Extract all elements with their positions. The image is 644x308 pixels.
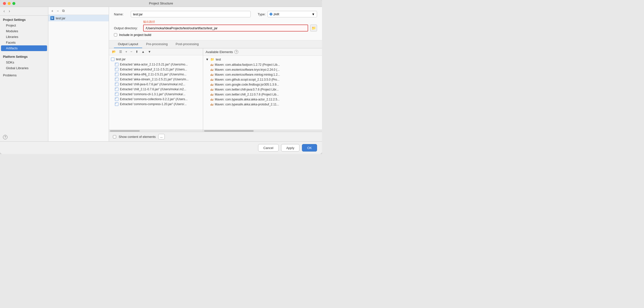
down-tool-button[interactable]: ▼ [147, 49, 152, 54]
list-item[interactable]: ↙ Extracted 'akka-actor_2.11-2.5.21.jar/… [109, 62, 203, 67]
apply-button[interactable]: Apply [281, 144, 300, 152]
remove-artifact-button[interactable]: − [56, 9, 60, 14]
platform-settings-header: Platform Settings [0, 53, 48, 60]
show-content-checkbox[interactable] [113, 135, 116, 138]
type-select[interactable]: JAR ▼ [268, 11, 317, 17]
right-scroll-thumb[interactable] [204, 130, 254, 132]
tree-root-test-jar[interactable]: test.jar [109, 56, 203, 62]
list-item[interactable]: Maven: com.typesafe.akka:akka-protobuf_2… [203, 102, 322, 107]
list-item-label: Extracted 'chill_2.11-0.7.6.jar/' (/User… [120, 88, 186, 91]
right-tree-root-label: test [216, 58, 221, 61]
list-item[interactable]: ↙ Extracted 'commons-compress-1.20.jar/'… [109, 102, 203, 107]
right-tree-root-test[interactable]: ▼ 📁 test [203, 57, 322, 62]
maven-icon [210, 79, 213, 81]
form-area: Name: Type: JAR ▼ 输出路径 Output direct [109, 7, 322, 41]
list-item[interactable]: Maven: com.typesafe.akka:akka-actor_2.11… [203, 97, 322, 102]
help-button[interactable]: ? [0, 133, 48, 141]
list-item[interactable]: ↙ Extracted 'chill-java-0.7.6.jar/' (/Us… [109, 82, 203, 87]
sidebar-item-artifacts[interactable]: Artifacts [1, 45, 47, 51]
jar-icon [50, 16, 54, 20]
bottom-area: Show content of elements ... [109, 132, 322, 141]
middle-toolbar: + − ⧉ [48, 7, 109, 15]
chevron-down-icon: ▼ [206, 58, 209, 61]
tabs-bar: Output Layout Pre-processing Post-proces… [109, 41, 322, 48]
sidebar-item-global-libraries[interactable]: Global Libraries [0, 65, 48, 71]
help-info-icon[interactable]: ? [234, 50, 238, 54]
copy-artifact-button[interactable]: ⧉ [61, 8, 66, 14]
maximize-button[interactable] [12, 2, 15, 5]
back-button[interactable]: ‹ [2, 9, 6, 14]
cancel-button[interactable]: Cancel [258, 144, 278, 152]
list-item[interactable]: Maven: com.alibaba:fastjson:1.2.72 (Proj… [203, 62, 322, 67]
sort-tool-button[interactable]: ⬆ [134, 49, 139, 54]
right-pane-scrollbar[interactable] [203, 130, 322, 132]
tab-pre-processing[interactable]: Pre-processing [142, 41, 172, 48]
list-item[interactable]: Maven: com.google.code.findbugs:jsr305:1… [203, 82, 322, 87]
left-tree-area[interactable]: test.jar ↙ Extracted 'akka-actor_2.11-2.… [109, 55, 203, 130]
list-item-label: Extracted 'akka-protobuf_2.11-2.5.21.jar… [120, 68, 187, 71]
list-item[interactable]: ↙ Extracted 'commons-collections-3.2.2.j… [109, 97, 203, 102]
extracted-icon: ↙ [115, 102, 118, 106]
list-item[interactable]: Maven: com.github.scopt:scopt_2.11:3.5.0… [203, 77, 322, 82]
project-settings-header: Project Settings [0, 16, 48, 23]
add-tool-button[interactable]: + [124, 49, 128, 54]
tab-post-processing[interactable]: Post-processing [172, 41, 202, 48]
right-tree-child-label: Maven: com.twitter:chill_2.11:0.7.6 (Pro… [215, 93, 279, 96]
browse-button[interactable]: 📁 [310, 25, 317, 32]
list-item[interactable]: ↙ Extracted 'akka-stream_2.11-2.5.21.jar… [109, 77, 203, 82]
list-item[interactable]: ↙ Extracted 'commons-cli-1.3.1.jar/' (/U… [109, 92, 203, 97]
list-tool-button[interactable]: ☰ [118, 49, 123, 54]
output-dir-input[interactable] [143, 25, 308, 32]
titlebar: Project Structure [0, 0, 322, 7]
include-build-row: Include in project build [114, 33, 317, 37]
list-item[interactable]: ↙ Extracted 'chill_2.11-0.7.6.jar/' (/Us… [109, 87, 203, 92]
type-label: Type: [258, 13, 266, 16]
tree-root-label: test.jar [116, 57, 126, 61]
left-scroll-thumb[interactable] [110, 130, 140, 132]
name-input[interactable] [131, 11, 251, 17]
maven-icon [210, 74, 213, 76]
list-item[interactable]: ↙ Extracted 'akka-slf4j_2.11-2.5.21.jar/… [109, 72, 203, 77]
right-tree-child-label: Maven: com.github.scopt:scopt_2.11:3.5.0… [215, 78, 280, 81]
sidebar-item-project[interactable]: Project [0, 23, 48, 28]
list-item-label: Extracted 'commons-compress-1.20.jar/' (… [120, 102, 186, 106]
add-artifact-button[interactable]: + [50, 9, 54, 14]
minimize-button[interactable] [8, 2, 11, 5]
close-button[interactable] [3, 2, 6, 5]
list-item[interactable]: ↙ Extracted 'akka-protobuf_2.11-2.5.21.j… [109, 67, 203, 72]
include-build-checkbox[interactable] [114, 33, 117, 37]
folder-tool-button[interactable]: 📂 [111, 49, 117, 54]
panes-row: 📂 ☰ + − ⬆ ▲ ▼ test.jar [109, 48, 322, 132]
extracted-icon: ↙ [115, 63, 118, 66]
extracted-icon: ↙ [115, 73, 118, 76]
up-tool-button[interactable]: ▲ [140, 49, 146, 54]
list-item[interactable]: Maven: com.esotericsoftware.kryo:kryo:2.… [203, 67, 322, 72]
extracted-icon: ↙ [115, 88, 118, 91]
sidebar-item-sdks[interactable]: SDKs [0, 60, 48, 65]
right-pane: Available Elements ? ▼ 📁 test [203, 48, 322, 132]
right-tree-area[interactable]: ▼ 📁 test [203, 56, 322, 130]
list-item[interactable]: Maven: com.twitter:chill-java:0.7.6 (Pro… [203, 87, 322, 92]
tab-output-layout[interactable]: Output Layout [114, 41, 142, 48]
remove-tool-button[interactable]: − [130, 49, 134, 54]
sidebar-item-modules[interactable]: Modules [0, 28, 48, 34]
list-item[interactable]: Maven: com.twitter:chill_2.11:0.7.6 (Pro… [203, 92, 322, 97]
artifact-item-test-jar[interactable]: test:jar [48, 15, 109, 21]
nav-bar: ‹ › [0, 7, 48, 16]
sidebar-item-libraries[interactable]: Libraries [0, 34, 48, 40]
sidebar-item-problems[interactable]: Problems [0, 72, 48, 78]
main-body: ‹ › Project Settings Project Modules Lib… [0, 7, 322, 141]
ellipsis-button[interactable]: ... [158, 134, 165, 139]
forward-button[interactable]: › [8, 9, 11, 14]
list-item[interactable]: Maven: com.esotericsoftware.minlog:minlo… [203, 72, 322, 77]
right-tree-child-label: Maven: com.typesafe.akka:akka-actor_2.11… [215, 98, 280, 101]
type-chevron-icon: ▼ [312, 13, 315, 16]
ok-button[interactable]: OK [302, 144, 317, 152]
artifact-label: test:jar [56, 16, 66, 20]
jar-tree-icon [111, 58, 114, 61]
list-item-label: Extracted 'akka-actor_2.11-2.5.21.jar/' … [120, 63, 188, 66]
sidebar: ‹ › Project Settings Project Modules Lib… [0, 7, 48, 141]
sidebar-item-facets[interactable]: Facets [0, 40, 48, 45]
left-pane-scrollbar[interactable] [109, 130, 203, 132]
traffic-lights [3, 2, 15, 5]
